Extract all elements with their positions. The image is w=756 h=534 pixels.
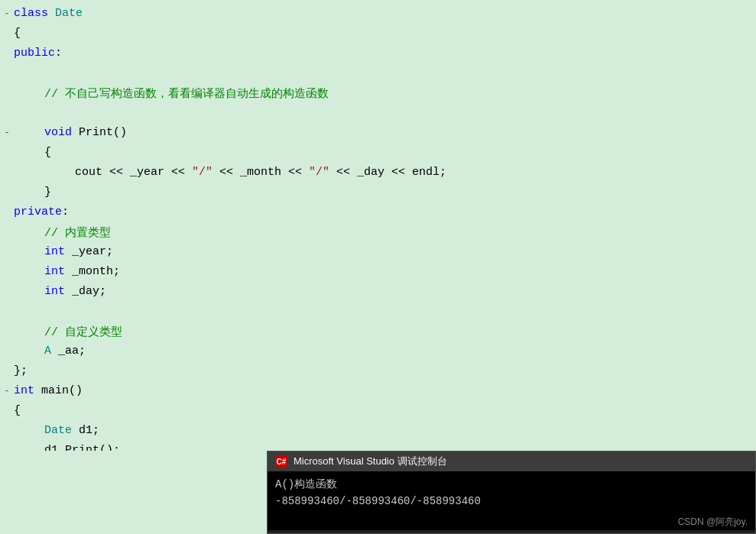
token: Date	[44, 424, 72, 437]
fold-button[interactable]: -	[0, 7, 14, 19]
token: class	[14, 7, 55, 20]
line-content: {	[14, 146, 756, 159]
code-line: -void Print()	[0, 125, 756, 145]
token: int	[14, 384, 34, 397]
token: // 不自己写构造函数，看看编译器自动生成的构造函数	[44, 88, 329, 101]
console-output-line: A()构造函数	[275, 476, 748, 493]
code-line: int _day;	[0, 284, 756, 304]
token: // 自定义类型	[44, 326, 122, 339]
code-line: // 自定义类型	[0, 324, 756, 344]
token: :	[62, 206, 69, 218]
debug-console: C# Microsoft Visual Studio 调试控制台 A()构造函数…	[267, 451, 756, 534]
line-content: cout << _year << "/" << _month << "/" <<…	[14, 166, 756, 179]
token: << _day << endl;	[329, 166, 446, 179]
console-output-line: -858993460/-858993460/-858993460	[275, 493, 748, 510]
fold-button	[0, 253, 14, 254]
line-content: private:	[14, 206, 756, 218]
token: cout << _year <<	[75, 166, 192, 179]
line-content: // 内置类型	[14, 225, 756, 240]
fold-button[interactable]: -	[0, 126, 14, 138]
fold-button	[0, 95, 14, 97]
fold-button	[0, 432, 14, 433]
code-line: public:	[0, 46, 756, 66]
fold-button	[0, 34, 14, 36]
token: d1.Print();	[44, 444, 120, 451]
fold-button	[0, 235, 14, 236]
code-line: {	[0, 145, 756, 165]
code-line: A _aa;	[0, 344, 756, 364]
line-content: int main()	[14, 384, 756, 397]
line-content: // 自定义类型	[14, 325, 756, 339]
token: public	[14, 47, 55, 60]
token: _year;	[65, 245, 113, 258]
line-content: // 不自己写构造函数，看看编译器自动生成的构造函数	[14, 86, 756, 101]
code-line: {	[0, 403, 756, 423]
code-line: -class Date	[0, 6, 756, 26]
fold-button	[0, 66, 14, 68]
code-line: int _year;	[0, 244, 756, 264]
token: void	[44, 126, 79, 139]
line-content: {	[14, 404, 756, 417]
token: _day;	[65, 285, 106, 298]
code-line: cout << _year << "/" << _month << "/" <<…	[0, 165, 756, 185]
token: int	[44, 245, 65, 258]
fold-button	[0, 305, 14, 306]
token: :	[55, 47, 62, 60]
token: private	[14, 206, 62, 218]
code-line: };	[0, 364, 756, 384]
fold-button	[0, 193, 14, 195]
fold-button	[0, 293, 14, 294]
fold-button	[0, 173, 14, 175]
line-content: public:	[14, 47, 756, 60]
line-content: int _month;	[14, 265, 756, 278]
console-body: A()构造函数-858993460/-858993460/-858993460C…	[268, 471, 755, 530]
fold-button	[0, 334, 14, 335]
token: int	[44, 265, 65, 278]
line-content: class Date	[14, 7, 756, 20]
token: // 内置类型	[44, 227, 111, 240]
code-line: Date d1;	[0, 423, 756, 443]
token: }	[44, 186, 51, 199]
console-title-bar: C# Microsoft Visual Studio 调试控制台	[268, 451, 755, 471]
token: {	[14, 404, 21, 417]
fold-button	[0, 372, 14, 374]
token: _month;	[65, 265, 120, 278]
code-line	[0, 304, 756, 324]
fold-button	[0, 352, 14, 354]
token: << _month <<	[213, 166, 309, 179]
token: {	[44, 146, 51, 159]
fold-button	[0, 412, 14, 413]
code-editor: -class Date{public:// 不自己写构造函数，看看编译器自动生成…	[0, 0, 756, 451]
line-content: A _aa;	[14, 345, 756, 358]
code-line: private:	[0, 205, 756, 225]
watermark: CSDN @阿亮joy.	[678, 516, 748, 529]
token: "/"	[192, 166, 213, 179]
line-content: }	[14, 186, 756, 199]
code-line: int _month;	[0, 264, 756, 284]
token: Date	[55, 7, 83, 20]
token: main()	[34, 384, 83, 397]
line-content: void Print()	[14, 126, 756, 139]
token: A	[44, 345, 51, 358]
code-line	[0, 66, 756, 86]
line-content: };	[14, 364, 756, 377]
token: _aa;	[51, 345, 86, 358]
fold-button	[0, 154, 14, 155]
token: "/"	[309, 166, 329, 179]
fold-button[interactable]: -	[0, 384, 14, 396]
code-line: // 内置类型	[0, 225, 756, 244]
code-line: d1.Print();	[0, 443, 756, 451]
line-content: int _year;	[14, 245, 756, 258]
console-title: Microsoft Visual Studio 调试控制台	[294, 455, 447, 468]
token: };	[14, 364, 28, 377]
line-content: d1.Print();	[14, 444, 756, 451]
code-line	[0, 105, 756, 125]
console-icon: C#	[275, 455, 287, 468]
token: d1;	[72, 424, 99, 437]
code-line: {	[0, 26, 756, 46]
token: {	[14, 27, 21, 40]
line-content: Date d1;	[14, 424, 756, 437]
token: Print()	[79, 126, 127, 139]
fold-button	[0, 213, 14, 215]
fold-button	[0, 106, 14, 108]
